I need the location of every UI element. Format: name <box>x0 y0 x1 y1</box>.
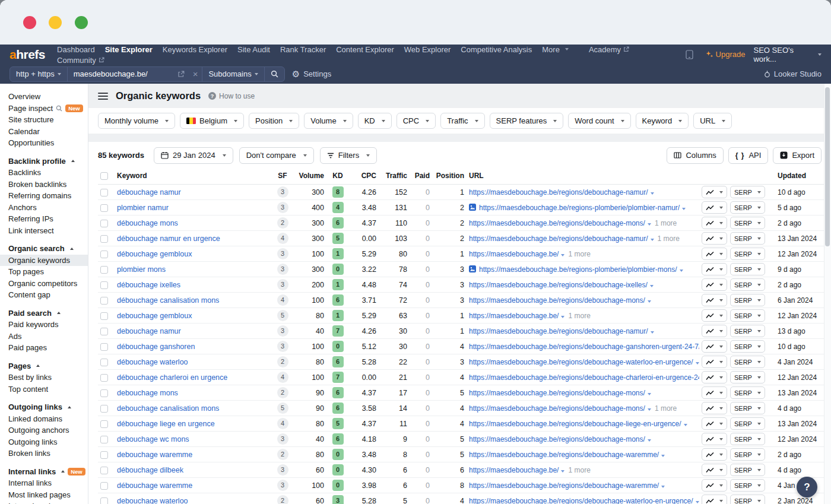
chevron-down-icon[interactable] <box>661 455 665 457</box>
url-link[interactable]: https://maesdebouchage.be/regions/debouc… <box>469 435 645 443</box>
sidebar-item-calendar[interactable]: Calendar <box>0 126 88 138</box>
more-urls-label[interactable]: 1 more <box>568 466 590 474</box>
more-urls-label[interactable]: 1 more <box>655 219 677 227</box>
row-checkbox[interactable] <box>100 405 108 413</box>
sidebar-item-best-by-links[interactable]: Best by links <box>0 372 88 383</box>
url-link[interactable]: https://maesdebouchage.be/regions/debouc… <box>469 281 648 289</box>
serp-button[interactable]: SERP <box>730 294 765 306</box>
mobile-device-icon[interactable] <box>681 50 697 59</box>
nav-item-keywords-explorer[interactable]: Keywords Explorer <box>163 45 227 54</box>
sidebar-item-paid-pages[interactable]: Paid pages <box>0 342 88 354</box>
row-checkbox[interactable] <box>100 374 108 382</box>
url-link[interactable]: https://maesdebouchage.be/regions-plombe… <box>479 265 677 274</box>
keyword-link[interactable]: debouchage gembloux <box>117 312 192 320</box>
chevron-down-icon[interactable] <box>648 393 651 395</box>
row-checkbox[interactable] <box>100 451 108 459</box>
settings-button[interactable]: ⚙Settings <box>292 69 331 78</box>
row-checkbox[interactable] <box>100 482 108 490</box>
filter-kd[interactable]: KD <box>358 113 392 129</box>
row-checkbox[interactable] <box>100 436 108 443</box>
col-cpc[interactable]: CPC <box>349 169 379 185</box>
position-history-button[interactable] <box>702 294 727 306</box>
nav-item-more[interactable]: More <box>542 45 569 54</box>
sidebar-item-internal-links[interactable]: Internal links <box>0 477 88 489</box>
serp-button[interactable]: SERP <box>730 248 765 260</box>
sidebar-item-paid-keywords[interactable]: Paid keywords <box>0 319 88 331</box>
target-input[interactable]: maesdebouchage.be/ <box>68 67 173 81</box>
position-history-button[interactable] <box>702 402 727 414</box>
sidebar-item-linked-domains[interactable]: Linked domains <box>0 413 88 425</box>
date-picker-button[interactable]: 29 Jan 2024 <box>154 147 233 164</box>
sidebar-item-link-intersect[interactable]: Link intersect <box>0 225 88 237</box>
chevron-down-icon[interactable] <box>651 192 654 195</box>
serp-button[interactable]: SERP <box>730 217 765 229</box>
sidebar-item-broken-backlinks[interactable]: Broken backlinks <box>0 179 88 191</box>
chevron-down-icon[interactable] <box>650 285 654 287</box>
url-link[interactable]: https://maesdebouchage.be/regions/debouc… <box>469 451 659 459</box>
sidebar-section-outgoing-links[interactable]: Outgoing links <box>0 401 88 413</box>
upgrade-button[interactable]: Upgrade <box>706 50 746 59</box>
serp-button[interactable]: SERP <box>730 371 765 383</box>
compare-select[interactable]: Don't compare <box>239 147 314 164</box>
sidebar-section-organic-search[interactable]: Organic search <box>0 243 88 255</box>
position-history-button[interactable] <box>702 464 727 476</box>
row-checkbox[interactable] <box>100 189 108 196</box>
sidebar-section-backlink-profile[interactable]: Backlink profile <box>0 156 88 167</box>
row-checkbox[interactable] <box>100 343 108 351</box>
row-checkbox[interactable] <box>100 328 108 335</box>
sidebar-item-referring-domains[interactable]: Referring domains <box>0 190 88 202</box>
columns-button[interactable]: Columns <box>667 147 723 164</box>
keyword-link[interactable]: débouchage gembloux <box>117 250 192 258</box>
serp-button[interactable]: SERP <box>730 417 765 430</box>
position-history-button[interactable] <box>702 186 727 198</box>
sidebar-item-content-gap[interactable]: Content gap <box>0 289 88 301</box>
help-fab-button[interactable]: ? <box>797 477 817 497</box>
nav-item-web-explorer[interactable]: Web Explorer <box>404 45 451 54</box>
chevron-down-icon[interactable] <box>684 424 687 426</box>
row-checkbox[interactable] <box>100 497 108 504</box>
url-link[interactable]: https://maesdebouchage.be/regions/debouc… <box>469 343 699 351</box>
chevron-down-icon[interactable] <box>648 300 651 303</box>
chevron-down-icon[interactable] <box>561 254 564 256</box>
keyword-link[interactable]: debouchage mons <box>117 389 178 397</box>
position-history-button[interactable] <box>702 263 727 275</box>
position-history-button[interactable] <box>702 448 727 461</box>
ahrefs-logo[interactable]: ahrefs <box>9 47 45 62</box>
nav-item-site-audit[interactable]: Site Audit <box>237 45 270 54</box>
keyword-link[interactable]: débouchage ixelles <box>117 281 180 289</box>
chevron-down-icon[interactable] <box>648 223 651 226</box>
nav-item-rank-tracker[interactable]: Rank Tracker <box>280 45 326 54</box>
keyword-link[interactable]: débouchage dilbeek <box>117 466 183 474</box>
sidebar-section-pages[interactable]: Pages <box>0 360 88 372</box>
chevron-down-icon[interactable] <box>651 331 654 334</box>
row-checkbox[interactable] <box>100 204 108 212</box>
how-to-use-link[interactable]: ?How to use <box>208 92 255 100</box>
sidebar-item-outgoing-links[interactable]: Outgoing links <box>0 436 88 448</box>
row-checkbox[interactable] <box>100 420 108 428</box>
keyword-link[interactable]: débouchage namur en urgence <box>117 234 220 243</box>
chevron-down-icon[interactable] <box>561 316 564 318</box>
filter-serp-features[interactable]: SERP features <box>490 113 564 129</box>
keyword-link[interactable]: debouchage canalisation mons <box>117 404 219 413</box>
row-checkbox[interactable] <box>100 281 108 289</box>
url-link[interactable]: https://maesdebouchage.be/regions/debouc… <box>469 327 648 335</box>
url-link[interactable]: https://maesdebouchage.be/regions/debouc… <box>469 420 681 428</box>
keyword-link[interactable]: débouchage namur <box>117 188 181 196</box>
keyword-link[interactable]: débouchage waterloo <box>117 358 188 366</box>
window-zoom-button[interactable] <box>75 16 88 29</box>
sidebar-item-site-structure[interactable]: Site structure <box>0 114 88 126</box>
position-history-button[interactable] <box>702 386 727 399</box>
sidebar-item-referring-ips[interactable]: Referring IPs <box>0 213 88 225</box>
position-history-button[interactable] <box>702 278 727 291</box>
keyword-link[interactable]: debouchage waterloo <box>117 497 188 504</box>
sidebar-item-top-pages[interactable]: Top pages <box>0 266 88 278</box>
page-scrollbar-thumb[interactable] <box>825 87 830 246</box>
nav-item-competitive-analysis[interactable]: Competitive Analysis <box>461 45 532 54</box>
col-url[interactable]: URL <box>467 169 699 185</box>
filter-word-count[interactable]: Word count <box>568 113 630 129</box>
sidebar-item-most-linked-pages[interactable]: Most linked pages <box>0 489 88 501</box>
serp-button[interactable]: SERP <box>730 448 765 461</box>
sidebar-item-organic-competitors[interactable]: Organic competitors <box>0 278 88 290</box>
protocol-select[interactable]: http + https <box>10 67 68 81</box>
position-history-button[interactable] <box>702 417 727 430</box>
